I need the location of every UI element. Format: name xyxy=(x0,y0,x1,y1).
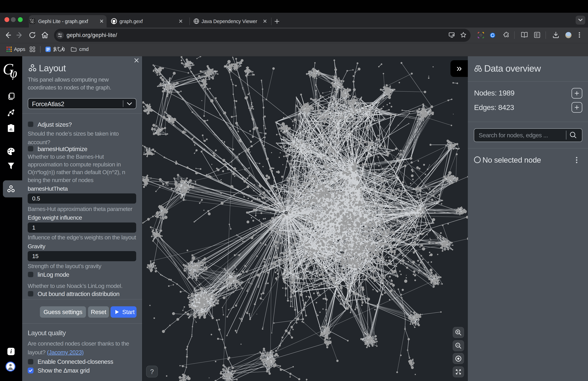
svg-text:φ: φ xyxy=(10,66,17,80)
